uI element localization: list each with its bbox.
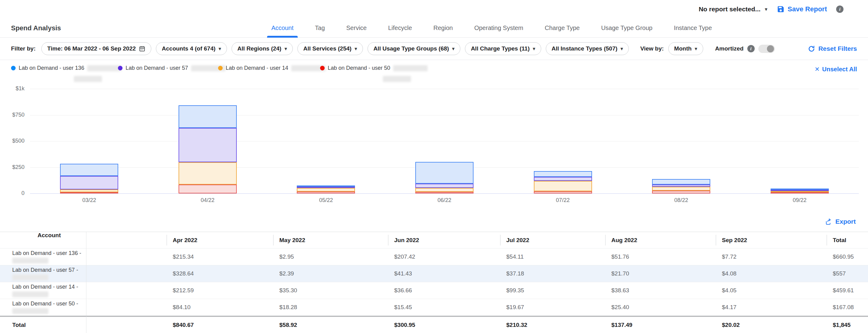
time-filter[interactable]: Time: 06 Mar 2022 - 06 Sep 2022	[41, 42, 151, 55]
table-cell: $459.61	[827, 282, 868, 299]
bar-segment-lab-on-demand-user-57[interactable]	[179, 128, 237, 162]
services-filter[interactable]: All Services (254)▾	[298, 42, 363, 55]
tab-usage-type-group[interactable]: Usage Type Group	[597, 19, 657, 38]
bar-segment-lab-on-demand-user-57[interactable]	[652, 185, 710, 187]
bar-segment-lab-on-demand-user-50[interactable]	[415, 192, 473, 193]
table-cell: $4.08	[716, 265, 827, 282]
cell-value: $25.40	[611, 304, 629, 311]
spend-breakdown-table: AccountApr 2022May 2022Jun 2022Jul 2022A…	[0, 232, 868, 333]
accounts-filter[interactable]: Accounts 4 (of 674)▾	[156, 42, 227, 55]
bar-segment-lab-on-demand-user-14[interactable]	[652, 187, 710, 191]
export-button[interactable]: Export	[825, 218, 856, 225]
regions-filter[interactable]: All Regions (24)▾	[231, 42, 293, 55]
cell-value: $4.08	[722, 270, 737, 277]
tab-lifecycle[interactable]: Lifecycle	[384, 19, 416, 38]
table-cell-spacer	[86, 265, 166, 282]
bar-segment-lab-on-demand-user-136[interactable]	[534, 171, 592, 177]
tab-label: Lifecycle	[388, 25, 412, 32]
legend-item-lab-on-demand-user-136[interactable]: Lab on Demand - user 136	[11, 65, 122, 71]
bar-segment-lab-on-demand-user-57[interactable]	[60, 176, 118, 190]
cell-value: $2.95	[279, 254, 294, 260]
table-header-may-2022[interactable]: May 2022	[273, 232, 388, 248]
bar-segment-lab-on-demand-user-57[interactable]	[415, 184, 473, 188]
table-header-jul-2022[interactable]: Jul 2022	[500, 232, 605, 248]
redacted-text	[12, 291, 49, 297]
report-selector-dropdown[interactable]: No report selected... ▾	[699, 5, 767, 13]
bar-segment-lab-on-demand-user-50[interactable]	[534, 191, 592, 193]
filter-pill-label: All Charge Types (11)	[471, 45, 530, 52]
table-cell: $215.34	[166, 248, 273, 265]
bar-segment-lab-on-demand-user-136[interactable]	[652, 179, 710, 185]
bar-segment-lab-on-demand-user-136[interactable]	[415, 162, 473, 184]
unselect-all-label: Unselect All	[822, 66, 857, 73]
bar-segment-lab-on-demand-user-50[interactable]	[652, 191, 710, 193]
stacked-bar-06-22[interactable]	[415, 162, 473, 193]
bar-segment-lab-on-demand-user-50[interactable]	[60, 192, 118, 193]
cell-value: $35.30	[279, 287, 297, 294]
column-header-label: Account	[38, 232, 61, 239]
chevron-down-icon: ▾	[621, 46, 623, 52]
bar-segment-lab-on-demand-user-50[interactable]	[297, 192, 355, 193]
table-cell: $4.17	[716, 299, 827, 316]
stacked-bar-09-22[interactable]	[771, 189, 829, 193]
tab-charge-type[interactable]: Charge Type	[540, 19, 584, 38]
instance-types-filter[interactable]: All Instance Types (507)▾	[546, 42, 629, 55]
legend-item-lab-on-demand-user-57[interactable]: Lab on Demand - user 57	[118, 65, 225, 71]
chevron-down-icon: ▾	[284, 46, 287, 52]
bar-segment-lab-on-demand-user-14[interactable]	[534, 181, 592, 191]
legend-item-lab-on-demand-user-50[interactable]: Lab on Demand - user 50	[320, 65, 428, 71]
stacked-bar-04-22[interactable]	[179, 105, 237, 193]
export-label: Export	[835, 218, 856, 225]
page-title: Spend Analysis	[11, 19, 61, 38]
tab-instance-type[interactable]: Instance Type	[670, 19, 716, 38]
bar-segment-lab-on-demand-user-14[interactable]	[297, 188, 355, 192]
stacked-bar-07-22[interactable]	[534, 171, 592, 193]
total-value: $1,845	[833, 322, 850, 328]
bar-segment-lab-on-demand-user-136[interactable]	[179, 105, 237, 128]
table-header-total[interactable]: Total	[827, 232, 868, 248]
unselect-all-button[interactable]: ✕ Unselect All	[814, 66, 857, 73]
bar-segment-lab-on-demand-user-50[interactable]	[179, 185, 237, 193]
bar-segment-lab-on-demand-user-50[interactable]	[771, 192, 829, 193]
legend-item-lab-on-demand-user-14[interactable]: Lab on Demand - user 14	[218, 65, 326, 71]
view-by-value: Month	[674, 45, 691, 52]
cell-value: $19.67	[506, 304, 524, 311]
tab-label: Region	[433, 25, 453, 32]
table-cell: $51.76	[605, 248, 716, 265]
save-report-button[interactable]: Save Report	[777, 5, 827, 13]
tab-label: Tag	[315, 25, 325, 32]
bar-segment-lab-on-demand-user-136[interactable]	[60, 164, 118, 176]
tab-service[interactable]: Service	[342, 19, 371, 38]
cell-value: $459.61	[833, 287, 854, 294]
reset-filters-button[interactable]: Reset Filters	[808, 45, 857, 53]
table-header-apr-2022[interactable]: Apr 2022	[166, 232, 273, 248]
legend-color-dot	[118, 66, 123, 70]
table-cell-spacer	[86, 299, 166, 316]
charge-types-filter[interactable]: All Charge Types (11)▾	[465, 42, 541, 55]
info-icon[interactable]: i	[747, 45, 755, 52]
bar-segment-lab-on-demand-user-14[interactable]	[60, 190, 118, 192]
bar-segment-lab-on-demand-user-57[interactable]	[534, 177, 592, 181]
bar-segment-lab-on-demand-user-14[interactable]	[179, 162, 237, 185]
info-icon[interactable]: i	[836, 5, 843, 13]
x-axis-tick-label: 03/22	[65, 197, 114, 203]
column-header-label: Jul 2022	[506, 237, 529, 244]
stacked-bar-03-22[interactable]	[60, 164, 118, 193]
view-by-dropdown[interactable]: Month ▾	[668, 42, 703, 55]
table-header-jun-2022[interactable]: Jun 2022	[388, 232, 500, 248]
table-cell: $7.72	[716, 248, 827, 265]
bar-segment-lab-on-demand-user-14[interactable]	[415, 188, 473, 192]
stacked-bar-08-22[interactable]	[652, 179, 710, 193]
table-header-sep-2022[interactable]: Sep 2022	[716, 232, 827, 248]
tab-operating-system[interactable]: Operating System	[470, 19, 527, 38]
filter-pill-label: All Services (254)	[303, 45, 351, 52]
amortized-toggle[interactable]	[758, 45, 775, 53]
tab-region[interactable]: Region	[429, 19, 457, 38]
tab-tag[interactable]: Tag	[311, 19, 329, 38]
cell-value: $18.28	[279, 304, 297, 311]
tab-account[interactable]: Account	[267, 19, 298, 38]
stacked-bar-05-22[interactable]	[297, 186, 355, 193]
table-header-aug-2022[interactable]: Aug 2022	[605, 232, 716, 248]
table-cell: $557	[827, 265, 868, 282]
usage-type-groups-filter[interactable]: All Usage Type Groups (68)▾	[368, 42, 460, 55]
